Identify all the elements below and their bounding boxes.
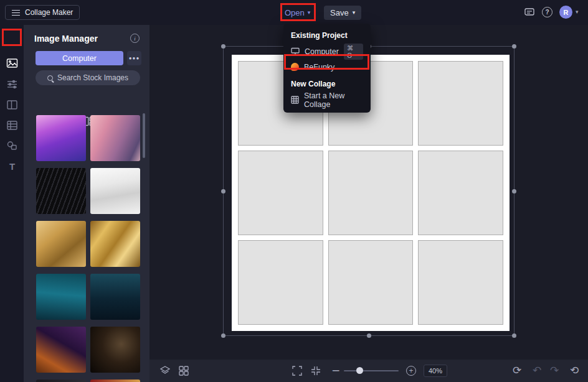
rail-manage-icon[interactable]	[6, 78, 18, 90]
tool-rail: T	[0, 25, 24, 382]
open-button[interactable]: Open ▾	[285, 6, 310, 19]
save-button-label: Save	[330, 8, 349, 17]
thumbnail-teal-city[interactable]	[36, 274, 86, 320]
search-placeholder: Search Stock Images	[57, 73, 128, 82]
panel-scrollbar[interactable]	[143, 113, 145, 158]
thumbnail-dark-texture[interactable]	[36, 380, 86, 382]
avatar-initial: R	[564, 9, 569, 16]
app-menu-badge[interactable]: Collage Maker	[5, 5, 80, 20]
history-icon[interactable]: ⟲	[570, 363, 579, 378]
thumbnail-dark-stripes[interactable]	[36, 168, 86, 214]
search-icon	[47, 75, 53, 81]
hamburger-icon	[12, 10, 20, 16]
undo-icon[interactable]: ↶	[533, 363, 541, 378]
thumbnail-white-waves[interactable]	[90, 168, 140, 214]
chevron-down-icon: ▾	[308, 10, 311, 16]
rail-graphics-icon[interactable]	[6, 140, 18, 152]
reset-icon[interactable]: ⟳	[513, 363, 521, 378]
more-sources-button[interactable]: ●●●	[127, 51, 141, 65]
account-chevron-icon[interactable]: ▾	[576, 9, 579, 15]
handle-bottom-right[interactable]	[512, 333, 516, 338]
computer-source-label: Computer	[62, 54, 97, 63]
app-title: Collage Maker	[25, 8, 73, 17]
zoom-slider[interactable]	[344, 370, 399, 371]
thumbnail-night-city[interactable]	[90, 274, 140, 320]
image-manager-panel: Image Manager i Computer ●●● Search Stoc…	[24, 25, 149, 382]
search-input[interactable]: Search Stock Images	[36, 70, 140, 85]
menu-item-start-new-collage[interactable]: Start a New Collage	[283, 92, 371, 108]
redo-icon[interactable]: ↷	[550, 363, 559, 378]
rail-layouts-icon[interactable]	[6, 99, 18, 111]
handle-middle-right[interactable]	[512, 189, 516, 193]
fit-to-screen-icon[interactable]	[310, 365, 321, 376]
help-icon[interactable]: ?	[542, 7, 552, 17]
rail-image-manager-icon[interactable]	[6, 57, 18, 69]
fullscreen-icon[interactable]	[292, 365, 303, 376]
thumbnail-neon-frame-poster[interactable]	[36, 115, 86, 161]
menu-header-new: New Collage	[283, 75, 371, 92]
menu-item-start-label: Start a New Collage	[304, 91, 363, 109]
top-bar: Collage Maker Open ▾ Save ▾ ? R ▾	[0, 0, 588, 25]
menu-item-befunky-label: BeFunky	[304, 63, 334, 72]
handle-bottom-center[interactable]	[367, 333, 371, 338]
avatar[interactable]: R	[559, 6, 572, 19]
thumbnail-gold-sequins[interactable]	[36, 221, 86, 267]
handle-top-left[interactable]	[221, 44, 225, 49]
grid-toggle-icon[interactable]	[178, 365, 189, 376]
collage-cell[interactable]	[328, 151, 414, 235]
handle-bottom-left[interactable]	[221, 333, 225, 338]
collage-maker-app: Collage Maker Open ▾ Save ▾ ? R ▾	[0, 0, 588, 382]
save-button[interactable]: Save ▾	[324, 6, 361, 20]
menu-item-computer-label: Computer	[305, 47, 339, 56]
zoom-level-value[interactable]: 40%	[424, 365, 447, 377]
thumbnail-grid	[36, 115, 140, 382]
collage-cell[interactable]	[238, 151, 323, 235]
open-dropdown-menu: Existing Project Computer ⌘ O BeFunky Ne…	[283, 24, 371, 113]
thumbnail-night-highway[interactable]	[36, 327, 86, 373]
collage-canvas	[232, 55, 510, 331]
rail-patterns-icon[interactable]	[6, 119, 18, 131]
computer-source-button[interactable]: Computer	[36, 51, 123, 65]
collage-cell[interactable]	[328, 240, 414, 325]
menu-header-existing: Existing Project	[283, 26, 371, 44]
collage-grid-icon	[291, 96, 299, 104]
collage-cell[interactable]	[418, 240, 503, 325]
rail-text-icon[interactable]: T	[6, 161, 18, 172]
handle-top-right[interactable]	[512, 44, 516, 49]
thumbnail-gold-foil[interactable]	[90, 221, 140, 267]
thumbnail-masquerade-mask[interactable]	[90, 327, 140, 373]
bottom-toolbar: − + 40% ⟳ ↶ ↷ ⟲	[149, 360, 588, 382]
feedback-icon[interactable]	[524, 7, 535, 21]
zoom-out-button[interactable]: −	[331, 363, 340, 378]
collage-cell[interactable]	[418, 61, 503, 146]
info-icon[interactable]: i	[130, 34, 140, 43]
collage-cell[interactable]	[238, 240, 323, 325]
computer-icon	[291, 47, 300, 55]
handle-middle-left[interactable]	[221, 189, 225, 193]
collage-cell[interactable]	[418, 151, 503, 235]
zoom-in-button[interactable]: +	[406, 366, 416, 376]
thumbnail-red-gold[interactable]	[90, 380, 140, 382]
thumbnail-pink-swirl[interactable]	[90, 115, 140, 161]
shortcut-badge: ⌘ O	[344, 44, 363, 60]
zoom-slider-knob[interactable]	[356, 367, 363, 374]
befunky-logo-icon	[291, 63, 299, 71]
layers-icon[interactable]	[159, 365, 171, 376]
panel-title: Image Manager	[34, 34, 98, 44]
open-button-label: Open	[285, 8, 305, 17]
chevron-down-icon: ▾	[353, 10, 356, 16]
menu-item-befunky[interactable]: BeFunky	[283, 59, 371, 75]
menu-item-computer[interactable]: Computer ⌘ O	[283, 44, 371, 59]
